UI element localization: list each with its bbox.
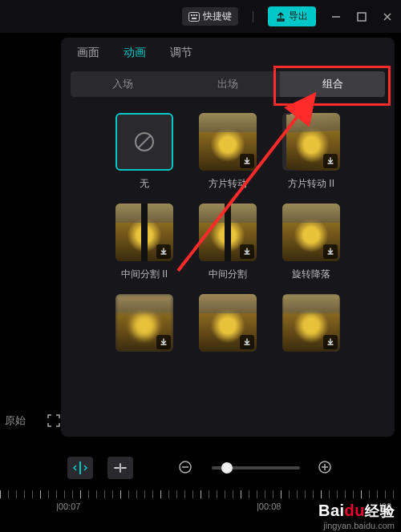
animation-label: 方片转动 II (274, 177, 348, 191)
animation-thumb (199, 294, 257, 352)
fullscreen-icon[interactable] (47, 413, 61, 428)
download-icon[interactable] (156, 335, 171, 349)
download-icon[interactable] (240, 335, 254, 349)
animation-item[interactable]: 旋转降落 (274, 204, 348, 281)
animation-item[interactable]: 中间分割 II (107, 204, 181, 281)
animation-item[interactable] (274, 294, 348, 358)
tab-animation[interactable]: 动画 (124, 46, 146, 60)
svg-rect-6 (358, 13, 366, 21)
close-button[interactable] (382, 11, 393, 22)
animation-thumb (115, 294, 173, 352)
hotkey-label: 快捷键 (203, 10, 232, 23)
sub-tabs: 入场 出场 组合 (71, 71, 385, 97)
animation-grid: 无方片转动方片转动 II中间分割 II中间分割旋转降落 (71, 113, 385, 358)
split-tool[interactable] (67, 457, 93, 479)
export-button[interactable]: 导出 (268, 6, 316, 26)
download-icon[interactable] (240, 154, 254, 168)
animation-item[interactable]: 中间分割 (191, 204, 265, 281)
timeline-ticks (0, 490, 401, 498)
subtab-in[interactable]: 入场 (71, 71, 176, 97)
zoom-slider[interactable] (212, 466, 300, 470)
subtab-combo[interactable]: 组合 (280, 71, 385, 97)
hotkey-button[interactable]: 快捷键 (182, 7, 238, 26)
time-mark: |00:08 (257, 502, 281, 511)
minimize-button[interactable] (330, 11, 342, 22)
export-icon (276, 12, 286, 22)
animation-label: 旋转降落 (274, 268, 348, 281)
animation-thumb (115, 204, 173, 261)
svg-rect-1 (191, 14, 192, 16)
keyboard-icon (188, 12, 200, 22)
animation-label: 无 (107, 177, 181, 191)
zoom-in-button[interactable] (318, 460, 334, 476)
divider (253, 11, 253, 22)
none-icon (132, 130, 156, 154)
original-label: 原始 (5, 413, 26, 428)
animation-thumb (199, 204, 257, 261)
time-mark: |00:07 (56, 502, 80, 511)
toolbar (0, 452, 401, 484)
download-icon[interactable] (156, 244, 171, 259)
tab-picture[interactable]: 画面 (77, 46, 99, 60)
svg-rect-4 (192, 18, 196, 19)
download-icon[interactable] (323, 244, 338, 259)
svg-rect-3 (196, 14, 197, 16)
animation-thumb (199, 113, 257, 171)
zoom-slider-knob[interactable] (221, 462, 233, 474)
animation-thumb (115, 113, 173, 171)
export-label: 导出 (289, 10, 308, 23)
animation-thumb (282, 113, 340, 171)
animation-panel: 画面 动画 调节 入场 出场 组合 无方片转动方片转动 II中间分割 II中间分… (61, 38, 395, 437)
svg-rect-0 (189, 12, 200, 21)
animation-label: 中间分割 II (107, 268, 181, 281)
animation-item[interactable] (191, 294, 265, 358)
cut-tool[interactable] (107, 457, 133, 479)
top-tabs: 画面 动画 调节 (71, 46, 385, 60)
download-icon[interactable] (323, 335, 338, 349)
animation-thumb (282, 294, 340, 352)
animation-item[interactable]: 无 (107, 113, 181, 191)
download-icon[interactable] (323, 154, 338, 168)
svg-rect-2 (193, 14, 195, 16)
svg-line-8 (138, 135, 151, 148)
animation-item[interactable]: 方片转动 II (274, 113, 348, 191)
zoom-out-button[interactable] (178, 460, 194, 476)
subtab-out[interactable]: 出场 (176, 71, 281, 97)
download-icon[interactable] (240, 244, 254, 259)
animation-label: 中间分割 (191, 268, 265, 281)
animation-item[interactable] (107, 294, 181, 358)
animation-item[interactable]: 方片转动 (191, 113, 265, 191)
animation-label: 方片转动 (191, 177, 265, 191)
maximize-button[interactable] (356, 11, 367, 22)
watermark: Baidu经验 jingyan.baidu.com (318, 502, 395, 530)
tab-adjust[interactable]: 调节 (170, 46, 192, 60)
animation-thumb (282, 204, 340, 261)
